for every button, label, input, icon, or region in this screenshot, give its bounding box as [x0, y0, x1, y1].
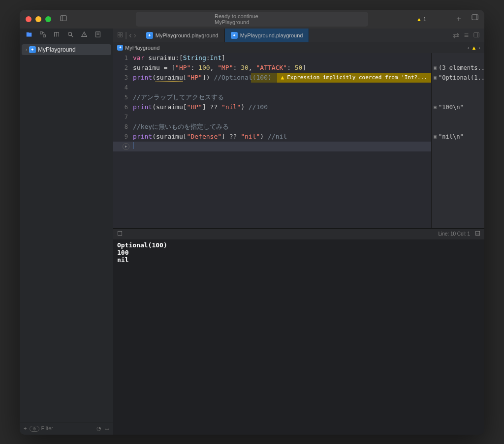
source-control-icon[interactable] [39, 31, 46, 40]
quicklook-icon: ▣ [434, 65, 437, 70]
editor-main: | ‹ › ✦ MyPlayground.playground ✦ MyPlay… [113, 29, 484, 435]
playground-icon: ✦ [117, 45, 123, 51]
issues-indicator[interactable]: ▲ 1 [416, 16, 426, 22]
code-pane: ▲ Expression implicitly coerced from 'In… [113, 53, 431, 228]
console-panel: Line: 10 Col: 1 Optional(100) 100 nil [113, 228, 484, 435]
tabbar: | ‹ › ✦ MyPlayground.playground ✦ MyPlay… [113, 29, 484, 42]
svg-rect-24 [118, 231, 122, 235]
svg-rect-25 [475, 231, 479, 235]
filter-input[interactable]: ⊕ Filter [30, 425, 94, 431]
project-root-item[interactable]: › ✦ MyPlayground [22, 44, 111, 55]
svg-rect-21 [121, 35, 123, 37]
jump-forward-icon[interactable]: › [478, 45, 480, 51]
svg-rect-20 [118, 35, 120, 37]
scm-filter-icon[interactable]: ▭ [104, 425, 109, 432]
editor-area: ▲ Expression implicitly coerced from 'In… [113, 53, 484, 228]
close-window-button[interactable] [26, 16, 32, 22]
split-editor-icon[interactable] [473, 31, 479, 40]
result-row[interactable]: ▣(3 elements... [432, 63, 484, 73]
report-navigator-icon[interactable] [94, 31, 101, 40]
text-cursor [133, 142, 133, 149]
navigator-sidebar: › ✦ MyPlayground + ⊕ Filter ◔ ▭ [20, 29, 113, 435]
svg-rect-4 [40, 31, 42, 33]
playground-icon: ✦ [146, 32, 153, 39]
find-navigator-icon[interactable] [67, 31, 74, 40]
minimize-window-button[interactable] [35, 16, 41, 22]
result-row[interactable]: ▣"100\n" [432, 102, 484, 112]
related-items-icon[interactable] [117, 31, 123, 40]
back-button[interactable]: ‹ [129, 31, 131, 40]
tab-1[interactable]: ✦ MyPlayground.playground [140, 29, 225, 42]
warning-count: 1 [423, 16, 426, 22]
window-body: › ✦ MyPlayground + ⊕ Filter ◔ ▭ [20, 29, 484, 435]
quicklook-icon: ▣ [434, 134, 437, 139]
warning-triangle-icon: ▲ [416, 16, 422, 22]
playground-icon: ✦ [29, 46, 36, 53]
sidebar-footer: + ⊕ Filter ◔ ▭ [20, 422, 113, 435]
result-row[interactable]: ▣"nil\n" [432, 132, 484, 142]
project-tree[interactable]: › ✦ MyPlayground [20, 42, 113, 422]
xcode-window: Ready to continue MyPlayground ▲ 1 ＋ [20, 10, 484, 435]
results-sidebar: ▣(3 elements... ▣"Optional(1... ▣"100\n"… [431, 53, 484, 228]
warning-triangle-icon[interactable]: ▲ [471, 45, 476, 51]
breadcrumb-bar: ✦ MyPlayground ‹ ▲ › [113, 42, 484, 53]
add-file-button[interactable]: + [24, 425, 27, 431]
tab-label: MyPlayground.playground [156, 32, 219, 38]
recent-filter-icon[interactable]: ◔ [96, 425, 101, 432]
adjust-editor-icon[interactable]: ≡ [464, 31, 469, 40]
code-editor[interactable]: ▲ Expression implicitly coerced from 'In… [113, 53, 431, 228]
refresh-icon[interactable]: ⇄ [453, 30, 459, 40]
svg-rect-22 [474, 32, 479, 37]
add-button[interactable]: ＋ [455, 14, 463, 24]
status-bar: Ready to continue MyPlayground [136, 12, 368, 27]
project-navigator-icon[interactable] [26, 31, 32, 40]
navigator-selector [20, 29, 113, 42]
svg-rect-0 [61, 15, 66, 21]
window-controls [26, 16, 51, 22]
sidebar-toggle-button[interactable] [60, 15, 67, 24]
tab-label: MyPlayground.playground [240, 32, 303, 38]
svg-rect-2 [472, 15, 478, 20]
titlebar-right-controls: ＋ [455, 14, 478, 24]
svg-line-13 [71, 35, 73, 37]
tab-2[interactable]: ✦ MyPlayground.playground [225, 29, 310, 42]
breadcrumb-path[interactable]: MyPlayground [125, 45, 159, 51]
library-button[interactable] [472, 14, 478, 24]
maximize-window-button[interactable] [45, 16, 51, 22]
playground-icon: ✦ [231, 32, 238, 39]
console-toolbar: Line: 10 Col: 1 [113, 229, 484, 239]
quicklook-icon: ▣ [434, 104, 437, 110]
chevron-right-icon: › [26, 47, 27, 52]
svg-rect-18 [118, 32, 120, 34]
tabbar-right: ⇄ ≡ [448, 29, 484, 42]
jump-back-icon[interactable]: ‹ [468, 45, 470, 51]
forward-button[interactable]: › [133, 31, 136, 40]
quicklook-icon: ▣ [434, 75, 437, 80]
svg-rect-5 [43, 34, 45, 36]
svg-rect-19 [121, 32, 123, 34]
titlebar: Ready to continue MyPlayground ▲ 1 ＋ [20, 10, 484, 29]
console-output[interactable]: Optional(100) 100 nil [113, 239, 484, 435]
project-name-label: MyPlayground [38, 46, 76, 53]
tab-navigation: | ‹ › [113, 29, 140, 42]
status-text: Ready to continue MyPlayground [215, 13, 258, 25]
issue-navigator-icon[interactable] [81, 31, 88, 40]
svg-point-12 [68, 32, 72, 35]
console-toggle-icon[interactable] [475, 231, 480, 237]
result-row[interactable]: ▣"Optional(1... [432, 73, 484, 83]
console-view-icon[interactable] [117, 231, 123, 237]
cursor-position-label: Line: 10 Col: 1 [439, 231, 471, 237]
symbol-navigator-icon[interactable] [53, 31, 60, 40]
